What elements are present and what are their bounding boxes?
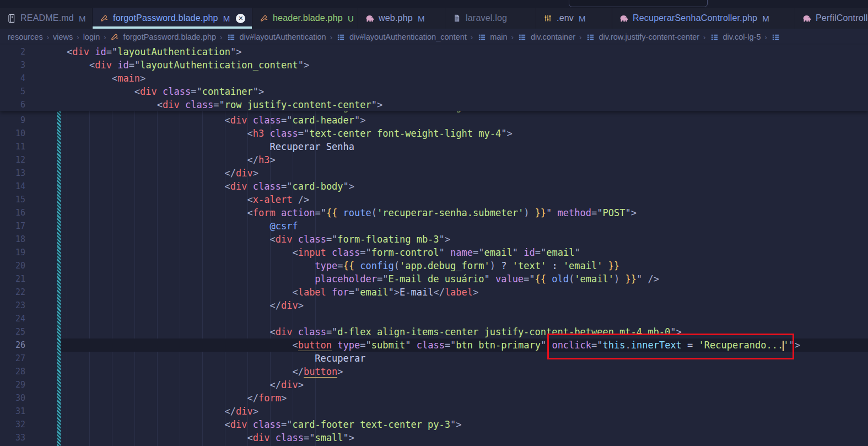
line-number[interactable]: 10 — [0, 127, 25, 140]
line-number[interactable]: 9 — [0, 114, 25, 127]
code-editor[interactable]: <div class="card shadow-lg border-0 roun… — [0, 45, 868, 446]
line-number[interactable]: 15 — [0, 193, 25, 206]
line-number[interactable]: 32 — [0, 418, 25, 431]
line-number[interactable]: 3 — [0, 58, 25, 72]
code-line-9[interactable]: 9 <div class="card-header"> — [0, 114, 868, 127]
line-number[interactable]: 29 — [0, 378, 25, 391]
line-number[interactable]: 27 — [0, 352, 25, 365]
line-number[interactable]: 19 — [0, 246, 25, 259]
line-number[interactable]: 13 — [0, 166, 25, 180]
breadcrumb-item-main[interactable]: main — [477, 32, 507, 42]
breadcrumb-label: div.row.justify-content-center — [599, 33, 699, 41]
breadcrumb-item-div#layoutAuthentication_content[interactable]: div#layoutAuthentication_content — [336, 32, 467, 42]
line-number[interactable]: 33 — [0, 431, 25, 444]
tab-label: header.blade.php — [273, 13, 343, 23]
tab-RecuperarSenhaController.php[interactable]: RecuperarSenhaController.phpM — [612, 8, 795, 29]
sticky-scroll-panel[interactable]: 2<div id="layoutAuthentication">3 <div i… — [0, 45, 868, 111]
line-number[interactable]: 12 — [0, 153, 25, 166]
code-line-15[interactable]: 15 <x-alert /> — [0, 193, 868, 206]
code-line-21[interactable]: 21 placeholder="E-mail de usuário" value… — [0, 272, 868, 286]
breadcrumb-item-resources[interactable]: resources — [8, 33, 43, 41]
code-text: <button type="submit" class="btn btn-pri… — [67, 338, 800, 352]
line-number[interactable]: 16 — [0, 206, 25, 219]
code-line-5[interactable]: 5 <div class="container"> — [0, 85, 868, 98]
line-number[interactable]: 14 — [0, 180, 25, 193]
code-line-27[interactable]: 27 Recuperar — [0, 352, 868, 365]
code-body[interactable]: 9 <div class="card-header">10 <h3 class=… — [0, 114, 868, 446]
symbol-list-icon — [585, 32, 595, 42]
code-line-30[interactable]: 30 </form> — [0, 391, 868, 405]
tab-forgotPassword.blade.php[interactable]: forgotPassword.blade.phpM✕ — [93, 8, 252, 29]
symbol-list-icon — [517, 32, 527, 42]
line-number[interactable]: 31 — [0, 405, 25, 418]
code-line-19[interactable]: 19 <input class="form-control" name="ema… — [0, 246, 868, 259]
line-number[interactable]: 4 — [0, 72, 25, 85]
breadcrumb-item-forgotPassword.blade.php[interactable]: forgotPassword.blade.php — [110, 32, 216, 42]
code-line-17[interactable]: 17 @csrf — [0, 219, 868, 233]
code-line-29[interactable]: 29 </div> — [0, 378, 868, 391]
code-line-31[interactable]: 31 </div> — [0, 405, 868, 418]
line-number[interactable]: 28 — [0, 365, 25, 378]
tab-untracked-badge: U — [348, 14, 354, 23]
code-line-3[interactable]: 3 <div id="layoutAuthentication_content"… — [0, 58, 868, 72]
find-widget-edge — [569, 0, 708, 7]
tab-modified-badge: M — [223, 14, 230, 23]
line-number[interactable]: 21 — [0, 272, 25, 286]
code-line-11[interactable]: 11 Recuperar Senha — [0, 140, 868, 153]
line-number[interactable]: 22 — [0, 286, 25, 299]
line-number[interactable]: 30 — [0, 391, 25, 405]
line-number[interactable]: 26 — [0, 338, 25, 352]
line-number[interactable]: 25 — [0, 325, 25, 338]
code-line-13[interactable]: 13 </div> — [0, 166, 868, 180]
breadcrumb-item-div#layoutAuthentication[interactable]: div#layoutAuthentication — [226, 32, 326, 42]
tab-PerfilController.php[interactable]: PerfilController.php — [795, 8, 868, 29]
code-line-32[interactable]: 32 <div class="card-footer text-center p… — [0, 418, 868, 431]
code-line-14[interactable]: 14 <div class="card-body"> — [0, 180, 868, 193]
line-number[interactable]: 24 — [0, 312, 25, 325]
line-number[interactable]: 6 — [0, 98, 25, 111]
line-number[interactable]: 5 — [0, 85, 25, 98]
code-line-24[interactable]: 24 — [0, 312, 868, 325]
code-line-16[interactable]: 16 <form action="{{ route('recuperar-sen… — [0, 206, 868, 219]
code-line-4[interactable]: 4 <main> — [0, 72, 868, 85]
line-number[interactable]: 11 — [0, 140, 25, 153]
breadcrumb-separator-icon: › — [330, 33, 332, 41]
code-line-23[interactable]: 23 </div> — [0, 299, 868, 312]
breadcrumb-separator-icon: › — [77, 33, 79, 41]
tab-label: RecuperarSenhaController.php — [633, 13, 757, 23]
code-text: </button> — [67, 365, 343, 378]
line-number[interactable]: 20 — [0, 259, 25, 272]
code-line-12[interactable]: 12 </h3> — [0, 153, 868, 166]
code-line-2[interactable]: 2<div id="layoutAuthentication"> — [0, 45, 868, 58]
code-line-33[interactable]: 33 <div class="small"> — [0, 431, 868, 444]
code-text: Recuperar Senha — [67, 140, 354, 153]
tab-laravel.log[interactable]: laravel.log — [445, 8, 536, 29]
code-line-18[interactable]: 18 <div class="form-floating mb-3"> — [0, 233, 868, 246]
code-text: </div> — [67, 405, 258, 418]
symbol-list-icon — [771, 32, 781, 42]
breadcrumb-item[interactable] — [771, 32, 781, 42]
code-line-28[interactable]: 28 </button> — [0, 365, 868, 378]
php-elephant-icon — [802, 13, 812, 23]
line-number[interactable]: 18 — [0, 233, 25, 246]
line-number[interactable]: 23 — [0, 299, 25, 312]
tab-README.md[interactable]: README.mdM — [0, 8, 93, 29]
tab-web.php[interactable]: web.phpM — [358, 8, 445, 29]
breadcrumb-item-login[interactable]: login — [83, 33, 100, 41]
close-tab-icon[interactable]: ✕ — [236, 14, 245, 23]
editor-group-top-strip — [0, 0, 868, 8]
code-line-22[interactable]: 22 <label for="email">E-mail</label> — [0, 286, 868, 299]
code-line-25[interactable]: 25 <div class="d-flex align-items-center… — [0, 325, 868, 338]
tab-.env[interactable]: .envM — [536, 8, 612, 29]
breadcrumb-item-views[interactable]: views — [53, 33, 73, 41]
breadcrumb-item-div.container[interactable]: div.container — [517, 32, 575, 42]
code-line-6[interactable]: 6 <div class="row justify-content-center… — [0, 98, 868, 111]
code-line-10[interactable]: 10 <h3 class="text-center font-weight-li… — [0, 127, 868, 140]
breadcrumb-item-div.col-lg-5[interactable]: div.col-lg-5 — [709, 32, 761, 42]
line-number[interactable]: 2 — [0, 45, 25, 58]
breadcrumb-item-div.row.justify-content-center[interactable]: div.row.justify-content-center — [585, 32, 699, 42]
code-line-20[interactable]: 20 type={{ config('app.debug_form') ? 't… — [0, 259, 868, 272]
line-number[interactable]: 17 — [0, 219, 25, 233]
code-line-26[interactable]: 26 <button type="submit" class="btn btn-… — [0, 338, 868, 352]
tab-header.blade.php[interactable]: header.blade.phpU — [252, 8, 358, 29]
